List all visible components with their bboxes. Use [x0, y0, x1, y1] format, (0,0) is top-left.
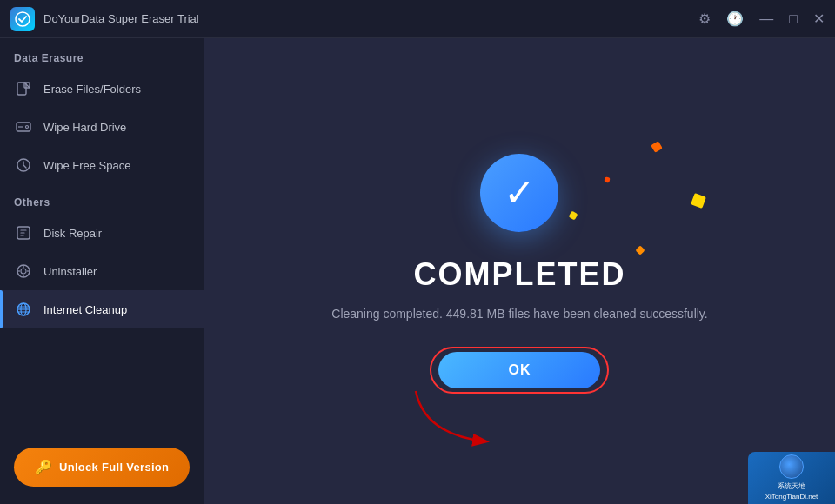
unlock-label: Unlock Full Version — [59, 461, 169, 474]
watermark-globe-icon — [779, 454, 804, 479]
uninstaller-label: Uninstaller — [43, 265, 97, 278]
disk-repair-icon — [14, 223, 33, 242]
maximize-icon[interactable]: □ — [789, 11, 798, 27]
wipe-free-space-label: Wipe Free Space — [43, 159, 130, 172]
data-erasure-section: Data Erasure Erase Files/Folders — [0, 52, 204, 184]
success-circle: ✓ — [480, 154, 558, 232]
title-bar: DoYourData Super Eraser Trial ⚙ 🕐 — □ ✕ — [0, 0, 835, 38]
window-controls: ⚙ 🕐 — □ ✕ — [698, 10, 825, 27]
completed-title: COMPLETED — [413, 256, 625, 293]
wipe-hard-drive-label: Wipe Hard Drive — [43, 121, 126, 134]
others-label: Others — [0, 196, 204, 209]
sidebar-item-internet-cleanup[interactable]: Internet Cleanup — [0, 290, 204, 328]
svg-point-4 — [26, 126, 29, 129]
history-icon[interactable]: 🕐 — [726, 10, 744, 27]
completion-panel: ✓ COMPLETED Cleaning completed. 449.81 M… — [331, 154, 707, 388]
completed-message: Cleaning completed. 449.81 MB files have… — [331, 307, 707, 321]
watermark-text-line2: XiTongTianDi.net — [765, 492, 818, 501]
sidebar-item-disk-repair[interactable]: Disk Repair — [0, 214, 204, 252]
wipe-space-icon — [14, 156, 33, 175]
ok-button-wrapper: OK — [438, 352, 600, 388]
minimize-icon[interactable]: — — [759, 11, 773, 27]
uninstaller-icon — [14, 262, 33, 281]
close-icon[interactable]: ✕ — [813, 10, 825, 27]
watermark: 系统天地 XiTongTianDi.net — [748, 452, 835, 504]
sidebar-item-wipe-hard-drive[interactable]: Wipe Hard Drive — [0, 108, 204, 146]
others-section: Others Disk Repair — [0, 196, 204, 328]
erase-files-label: Erase Files/Folders — [43, 83, 141, 96]
unlock-full-version-button[interactable]: 🔑 Unlock Full Version — [14, 448, 190, 487]
check-mark-icon: ✓ — [504, 174, 536, 212]
unlock-icon: 🔑 — [35, 459, 52, 475]
data-erasure-label: Data Erasure — [0, 52, 204, 64]
settings-icon[interactable]: ⚙ — [698, 10, 711, 27]
files-icon — [14, 79, 33, 98]
sidebar-item-erase-files[interactable]: Erase Files/Folders — [0, 70, 204, 108]
ok-button-highlight-border — [430, 347, 609, 394]
main-content: ✓ COMPLETED Cleaning completed. 449.81 M… — [204, 38, 835, 504]
sidebar-bottom: 🔑 Unlock Full Version — [0, 448, 204, 487]
disk-repair-label: Disk Repair — [43, 227, 102, 240]
app-title: DoYourData Super Eraser Trial — [43, 12, 698, 25]
app-layout: Data Erasure Erase Files/Folders — [0, 38, 835, 504]
app-logo — [10, 7, 35, 31]
sidebar-item-wipe-free-space[interactable]: Wipe Free Space — [0, 146, 204, 184]
internet-cleanup-icon — [14, 300, 33, 319]
watermark-text-line1: 系统天地 — [778, 481, 805, 491]
sidebar-item-uninstaller[interactable]: Uninstaller — [0, 252, 204, 290]
internet-cleanup-label: Internet Cleanup — [43, 303, 127, 316]
hard-drive-icon — [14, 117, 33, 136]
svg-point-9 — [21, 269, 26, 274]
svg-point-0 — [16, 12, 30, 26]
particle-3 — [651, 141, 663, 153]
sidebar: Data Erasure Erase Files/Folders — [0, 38, 204, 504]
